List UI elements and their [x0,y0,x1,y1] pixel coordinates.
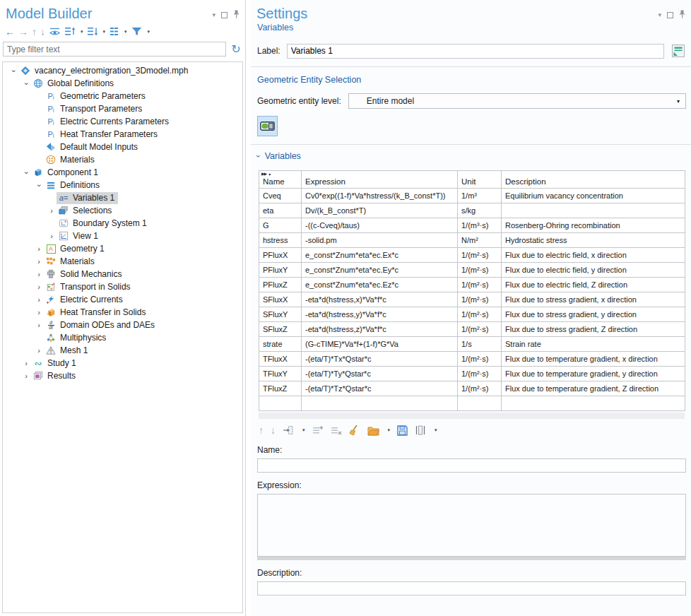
move-to-icon[interactable] [283,424,294,437]
cell-name[interactable]: PFluxZ [259,278,302,292]
cell-name[interactable]: PFluxX [259,248,302,263]
tree-item-electric-currents-parameters[interactable]: Pᵢ Electric Currents Parameters [3,115,242,128]
move-row-up-icon[interactable]: ↑ [259,424,264,437]
cell-description[interactable] [502,396,685,411]
cell-description[interactable]: Flux due to stress gradient, x direction [502,292,685,307]
cell-description[interactable]: Equilibrium vacancy concentration [502,189,685,203]
cell-expression[interactable]: e_const*Znum*eta*ec.Ey*c [302,263,458,278]
tree-item-geometry-1[interactable]: › A Geometry 1 [3,242,242,255]
tree-item-selections[interactable]: › Selections [3,204,242,217]
load-from-file-folder-icon[interactable] [367,424,379,437]
cell-description[interactable]: Flux due to electric field, Z direction [502,278,685,292]
cell-expression[interactable]: -((c-Cveq)/taus) [302,218,458,233]
cell-name[interactable] [259,396,302,411]
expression-textarea[interactable] [257,494,686,557]
cell-expression[interactable]: (G-cTIME)*Va*f+(1-f)*G*Va [302,337,458,352]
tree-item-global-definitions[interactable]: › Global Definitions [3,77,242,90]
collapse-list-dropdown-icon[interactable]: ▾ [103,29,106,35]
table-expand-columns-button[interactable]: ▶▶ ▾ [261,172,271,177]
tree-item-component-1[interactable]: › Component 1 [3,166,242,179]
cell-description[interactable]: Strain rate [502,337,685,352]
tree-item-default-model-inputs[interactable]: Default Model Inputs [3,141,242,153]
tree-item-heat-transfer-in-solids[interactable]: › Heat Transfer in Solids [3,306,242,319]
cell-expression[interactable]: -eta*d(hstress,y)*Va*f*c [302,307,458,322]
float-window-icon[interactable] [667,12,673,18]
cell-description[interactable]: Hydrostatic stress [502,233,685,248]
collapse-list-icon[interactable] [87,25,98,38]
cell-expression[interactable]: e_const*Znum*eta*ec.Ex*c [302,248,458,263]
tree-item-transport-in-solids[interactable]: › Transport in Solids [3,280,242,293]
back-arrow-icon[interactable]: ← [5,25,15,38]
cell-name[interactable]: PFluxY [259,263,302,278]
chevron-right-icon[interactable]: › [34,258,44,266]
cell-unit[interactable]: 1/(m²·s) [458,307,502,322]
chevron-right-icon[interactable]: › [47,232,57,240]
cell-unit[interactable]: 1/(m²·s) [458,248,502,263]
cell-name[interactable]: TFluxZ [259,381,302,396]
chevron-right-icon[interactable]: › [21,372,31,380]
cell-description[interactable]: Flux due to electric field, y direction [502,263,685,278]
cell-name[interactable]: Cveq [259,189,302,203]
cell-unit[interactable] [458,396,502,411]
cell-description[interactable]: Flux due to stress gradient, y direction [502,307,685,322]
expand-list-icon[interactable] [64,25,76,38]
cell-unit[interactable]: 1/(m²·s) [458,322,502,337]
cell-expression[interactable]: -eta*d(hstress,x)*Va*f*c [302,292,458,307]
save-to-file-icon[interactable] [397,424,408,437]
move-down-arrow-icon[interactable]: ↓ [40,25,45,38]
node-label-dropdown-icon[interactable]: ▾ [124,29,127,35]
cell-unit[interactable]: 1/s [458,337,502,352]
name-input[interactable] [257,458,686,473]
edit-column-dropdown-icon[interactable]: ▾ [435,427,437,433]
expand-list-dropdown-icon[interactable]: ▾ [81,29,83,35]
chevron-down-icon[interactable]: › [23,78,30,88]
cell-name[interactable]: hstress [259,233,302,248]
tree-item-multiphysics[interactable]: Multiphysics [3,331,242,344]
active-toggle-button[interactable] [257,116,278,136]
description-input[interactable] [257,581,686,596]
refresh-icon[interactable]: ↻ [230,44,242,55]
chevron-right-icon[interactable]: › [34,296,44,304]
cell-description[interactable]: Flux due to temperature gradient, Z dire… [502,381,685,396]
cell-description[interactable] [502,203,685,218]
cell-name[interactable]: SFluxX [259,292,302,307]
panel-menu-chevron-icon[interactable]: ▾ [658,12,661,18]
chevron-right-icon[interactable]: › [21,360,31,367]
variables-section-heading[interactable]: › Variables [257,151,685,161]
chevron-down-icon[interactable]: › [23,167,30,177]
cell-description[interactable]: Flux due to temperature gradient, y dire… [502,367,685,381]
cell-description[interactable]: Flux due to stress gradient, Z direction [502,322,685,337]
edit-column-icon[interactable] [415,424,426,437]
cell-expression[interactable]: -eta*d(hstress,z)*Va*f*c [302,322,458,337]
tree-item-materials-global[interactable]: Materials [3,153,242,166]
filter-dropdown-icon[interactable]: ▾ [148,29,150,35]
tree-item-materials[interactable]: › Materials [3,255,242,268]
filter-funnel-icon[interactable] [131,25,143,38]
cell-description[interactable]: Flux due to temperature gradient, x dire… [502,352,685,367]
tree-item-transport-parameters[interactable]: Pᵢ Transport Parameters [3,102,242,115]
panel-menu-chevron-icon[interactable]: ▾ [212,12,215,18]
cell-name[interactable]: SFluxZ [259,322,302,337]
chevron-right-icon[interactable]: › [34,321,44,329]
tree-item-electric-currents[interactable]: › Electric Currents [3,293,242,306]
cell-unit[interactable]: 1/(m²·s) [458,367,502,381]
cell-unit[interactable]: 1/(m²·s) [458,381,502,396]
cell-expression[interactable]: e_const*Znum*eta*ec.Ez*c [302,278,458,292]
cell-unit[interactable]: 1/(m²·s) [458,352,502,367]
cell-expression[interactable]: Dv/(k_B_const*T) [302,203,458,218]
tree-item-heat-transfer-parameters[interactable]: Pᵢ Heat Transfer Parameters [3,128,242,141]
tree-item-mesh-1[interactable]: › Mesh 1 [3,344,242,357]
chevron-right-icon[interactable]: › [34,347,44,355]
move-up-arrow-icon[interactable]: ↑ [32,25,37,38]
tree-item-variables-1[interactable]: a= Variables 1 [3,191,242,204]
tree-item-domain-odes-and-daes[interactable]: › ddt Domain ODEs and DAEs [3,319,242,331]
geometric-entity-level-select[interactable]: Entire model ▾ [348,93,686,109]
show-eye-icon[interactable] [49,25,61,38]
cell-unit[interactable]: 1/(m²·s) [458,263,502,278]
delete-row-icon[interactable] [331,424,342,437]
cell-unit[interactable]: N/m² [458,233,502,248]
cell-expression[interactable]: -(eta/T)*Ty*Qstar*c [302,367,458,381]
cell-expression[interactable]: -solid.pm [302,233,458,248]
cell-name[interactable]: TFluxY [259,367,302,381]
cell-unit[interactable]: s/kg [458,203,502,218]
